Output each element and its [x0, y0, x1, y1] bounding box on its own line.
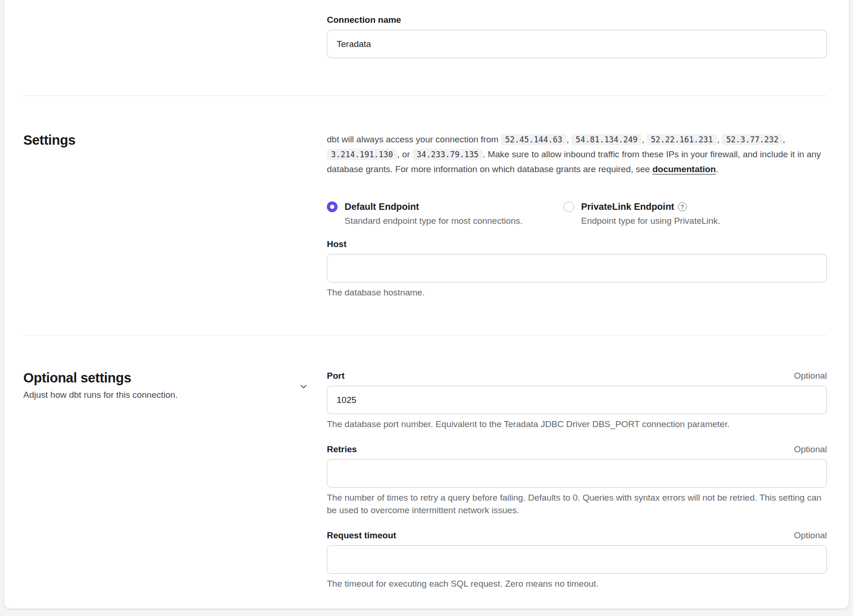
host-input[interactable] [327, 254, 827, 282]
privatelink-endpoint-radio[interactable] [563, 201, 574, 212]
default-endpoint-radio[interactable] [327, 201, 338, 212]
request-timeout-field-group: Request timeout Optional The timeout for… [327, 529, 827, 590]
retries-label: Retries [327, 443, 357, 455]
port-label: Port [327, 370, 345, 382]
request-timeout-input[interactable] [327, 545, 827, 574]
retries-input[interactable] [327, 459, 827, 488]
help-icon[interactable]: ? [678, 202, 687, 211]
documentation-link[interactable]: documentation [652, 164, 716, 174]
host-field-group: Host The database hostname. [327, 238, 827, 299]
ip-address-chip: 54.81.134.249 [571, 134, 642, 145]
ip-address-chip: 52.45.144.63 [501, 134, 567, 145]
port-field-group: Port Optional The database port number. … [327, 370, 827, 430]
collapse-section-button[interactable] [298, 381, 309, 392]
chevron-down-icon [298, 382, 309, 392]
request-timeout-label: Request timeout [327, 529, 396, 542]
ip-address-chip: 34.233.79.135 [413, 149, 483, 160]
endpoint-option-default: Default Endpoint Standard endpoint type … [327, 201, 563, 227]
settings-section: Settings dbt will always access your con… [4, 96, 849, 335]
ip-address-chip: 3.214.191.130 [327, 149, 397, 160]
port-input[interactable] [327, 386, 827, 414]
optional-badge: Optional [794, 530, 827, 541]
optional-settings-subheading: Adjust how dbt runs for this connection. [23, 388, 327, 401]
optional-settings-heading: Optional settings [23, 370, 327, 386]
connection-name-section: Connection name [4, 0, 849, 95]
ip-address-chip: 52.22.161.231 [647, 134, 717, 145]
retries-helper-text: The number of times to retry a query bef… [327, 491, 827, 516]
connection-name-label: Connection name [327, 15, 401, 25]
ip-notice-intro: dbt will always access your connection f… [327, 134, 499, 144]
request-timeout-helper-text: The timeout for executing each SQL reque… [327, 577, 827, 590]
optional-badge: Optional [794, 444, 827, 455]
ip-address-chip: 52.3.77.232 [722, 134, 783, 145]
default-endpoint-description: Standard endpoint type for most connecti… [345, 215, 522, 227]
endpoint-option-privatelink: PrivateLink Endpoint ? Endpoint type for… [563, 201, 720, 227]
retries-field-group: Retries Optional The number of times to … [327, 443, 827, 516]
ip-allowlist-notice: dbt will always access your connection f… [327, 132, 827, 176]
host-helper-text: The database hostname. [327, 286, 827, 299]
connection-name-input[interactable] [327, 30, 827, 58]
optional-badge: Optional [794, 371, 827, 381]
host-label: Host [327, 239, 346, 249]
optional-settings-section: Optional settings Adjust how dbt runs fo… [4, 335, 849, 609]
default-endpoint-label: Default Endpoint [345, 201, 419, 213]
connection-settings-card: Connection name Settings dbt will always… [4, 0, 849, 609]
port-helper-text: The database port number. Equivalent to … [327, 418, 827, 430]
endpoint-type-radio-group: Default Endpoint Standard endpoint type … [327, 201, 827, 227]
privatelink-endpoint-description: Endpoint type for using PrivateLink. [581, 215, 720, 227]
privatelink-endpoint-label: PrivateLink Endpoint [581, 201, 674, 213]
settings-heading: Settings [23, 132, 327, 148]
